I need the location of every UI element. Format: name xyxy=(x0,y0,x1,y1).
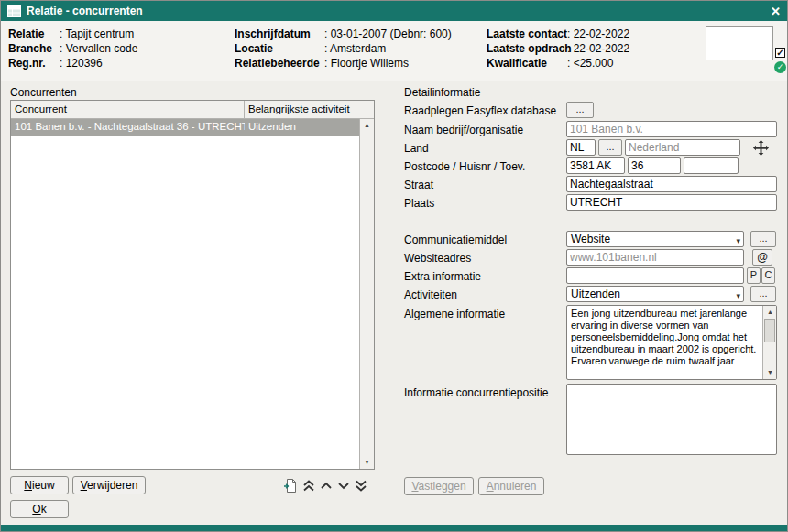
header-field-label: Branche xyxy=(8,42,60,55)
header-field-value: : Vervallen code xyxy=(60,42,137,55)
label-extra-informatie: Extra informatie xyxy=(404,270,481,283)
header-field-kwalificatie: Kwalificatie : <25.000 xyxy=(487,57,613,70)
label-raadplegen-easyflex: Raadplegen Easyflex database xyxy=(404,104,556,117)
header-field-label: Relatiebeheerde xyxy=(235,57,324,70)
header-field-label: Kwalificatie xyxy=(487,57,567,70)
header-field-value: : 03-01-2007 (Debnr: 600) xyxy=(324,27,452,40)
label-plaats: Plaats xyxy=(404,197,434,210)
header-field-value: : 22-02-2022 xyxy=(567,42,629,55)
photo-box xyxy=(706,26,773,60)
header-field-value: : Floortje Willems xyxy=(324,57,409,70)
label-naam-bedrijf: Naam bedrijf/organisatie xyxy=(404,124,523,136)
concurrenten-table: Concurrent Belangrijkste activiteit 101 … xyxy=(10,100,375,470)
header-field-label: Laatste contact xyxy=(487,27,567,40)
column-header-activiteit[interactable]: Belangrijkste activiteit xyxy=(245,101,374,118)
header-field-label: Reg.nr. xyxy=(8,57,60,70)
move-down-icon[interactable] xyxy=(337,482,350,490)
websiteadres-input[interactable] xyxy=(566,249,744,266)
postcode-input[interactable] xyxy=(566,157,625,174)
table-scrollbar[interactable]: ▲ ▼ xyxy=(359,119,374,469)
header-field-regnr: Reg.nr. : 120396 xyxy=(8,57,103,70)
concurrenten-section-label: Concurrenten xyxy=(10,86,77,99)
header-field-relatiebeheerder: Relatiebeheerde : Floortje Willems xyxy=(235,57,409,70)
land-lookup-button[interactable]: ... xyxy=(598,139,622,156)
communicatiemiddel-lookup-button[interactable]: ... xyxy=(750,231,776,247)
move-top-icon[interactable] xyxy=(302,480,315,492)
scroll-down-icon[interactable]: ▼ xyxy=(360,456,374,469)
communicatiemiddel-select[interactable]: Website ▾ xyxy=(566,231,744,247)
label-activiteiten: Activiteiten xyxy=(404,288,457,301)
header-field-branche: Branche : Vervallen code xyxy=(8,42,137,55)
scrollbar-thumb[interactable] xyxy=(764,319,775,342)
check-icon: ✓ xyxy=(777,62,784,71)
annuleren-button[interactable]: Annuleren xyxy=(478,477,544,495)
scroll-up-icon[interactable]: ▲ xyxy=(360,119,374,132)
header-field-value: : 22-02-2022 xyxy=(567,27,629,40)
algemene-informatie-textarea[interactable]: Een jong uitzendbureau met jarenlange er… xyxy=(566,305,777,380)
relation-header: Relatie : Tapijt centrum Branche : Verva… xyxy=(1,21,787,81)
activiteiten-select[interactable]: Uitzenden ▾ xyxy=(566,286,744,302)
move-up-icon[interactable] xyxy=(320,482,333,490)
plaats-input[interactable] xyxy=(566,194,777,211)
move-bottom-icon[interactable] xyxy=(355,480,367,492)
list-toolbar xyxy=(283,477,367,494)
nieuw-button[interactable]: Nieuw xyxy=(10,476,69,494)
chevron-down-icon: ▾ xyxy=(736,288,740,302)
header-field-locatie: Locatie : Amsterdam xyxy=(235,42,386,55)
verwijderen-button[interactable]: Verwijderen xyxy=(72,476,146,494)
detail-section-label: Detailinformatie xyxy=(404,86,480,99)
label-land: Land xyxy=(404,142,429,155)
open-website-button[interactable]: @ xyxy=(752,249,772,266)
status-ok-icon: ✓ xyxy=(774,61,786,73)
land-code-input[interactable] xyxy=(566,139,596,156)
titlebar[interactable]: Relatie - concurrenten ✕ xyxy=(1,1,787,21)
header-field-value: : <25.000 xyxy=(567,57,613,70)
textarea-scrollbar[interactable]: ▲ ▼ xyxy=(762,306,776,379)
label-informatie-concurrentiepositie: Informatie concurrentiepositie xyxy=(404,386,548,399)
vastleggen-button[interactable]: Vastleggen xyxy=(404,477,474,495)
ok-button[interactable]: Ok xyxy=(10,500,69,518)
cell-concurrent: 101 Banen b.v. - Nachtegaalstraat 36 - U… xyxy=(11,119,245,136)
extra-informatie-input[interactable] xyxy=(566,267,744,284)
table-header: Concurrent Belangrijkste activiteit xyxy=(11,101,374,119)
c-button[interactable]: C xyxy=(761,267,775,284)
activiteiten-lookup-button[interactable]: ... xyxy=(750,286,776,302)
scroll-down-icon[interactable]: ▼ xyxy=(763,366,777,379)
header-field-value: : Amsterdam xyxy=(324,42,386,55)
label-postcode-huisnr: Postcode / Huisnr / Toev. xyxy=(404,160,525,173)
move-icon[interactable] xyxy=(752,139,770,160)
window-title: Relatie - concurrenten xyxy=(27,5,143,17)
label-communicatiemiddel: Communicatiemiddel xyxy=(404,233,507,246)
chevron-down-icon: ▾ xyxy=(736,233,740,247)
header-field-inschrijfdatum: Inschrijfdatum : 03-01-2007 (Debnr: 600) xyxy=(235,27,452,40)
huisnr-input[interactable] xyxy=(628,157,681,174)
close-icon[interactable]: ✕ xyxy=(771,5,781,17)
column-header-concurrent[interactable]: Concurrent xyxy=(11,101,245,118)
header-field-label: Relatie xyxy=(8,27,60,40)
table-row[interactable]: 101 Banen b.v. - Nachtegaalstraat 36 - U… xyxy=(11,119,360,136)
app-icon xyxy=(7,5,21,17)
scroll-up-icon[interactable]: ▲ xyxy=(763,306,777,319)
window-bottom-bar xyxy=(1,525,787,531)
straat-input[interactable] xyxy=(566,176,777,192)
header-field-value: : 120396 xyxy=(60,57,103,70)
selected-value: Uitzenden xyxy=(571,288,620,300)
concurrentiepositie-text xyxy=(571,386,773,453)
status-checkbox[interactable]: ✓ xyxy=(775,48,785,58)
header-field-value: : Tapijt centrum xyxy=(60,27,134,40)
algemene-informatie-text: Een jong uitzendbureau met jarenlange er… xyxy=(571,308,760,378)
concurrentiepositie-textarea[interactable] xyxy=(566,384,777,455)
selected-value: Website xyxy=(571,233,610,245)
p-button[interactable]: P xyxy=(747,267,761,284)
raadplegen-easyflex-button[interactable]: ... xyxy=(566,102,594,118)
label-algemene-informatie: Algemene informatie xyxy=(404,308,505,320)
check-icon: ✓ xyxy=(776,48,783,58)
new-record-icon[interactable] xyxy=(283,478,298,494)
header-field-laatste-opdracht: Laatste opdrach : 22-02-2022 xyxy=(487,42,629,55)
header-field-relatie: Relatie : Tapijt centrum xyxy=(8,27,134,40)
label-straat: Straat xyxy=(404,179,433,191)
land-naam-input[interactable] xyxy=(625,139,740,156)
toevoeging-input[interactable] xyxy=(684,157,739,174)
naam-bedrijf-input[interactable] xyxy=(566,121,777,137)
label-websiteadres: Websiteadres xyxy=(404,252,471,265)
